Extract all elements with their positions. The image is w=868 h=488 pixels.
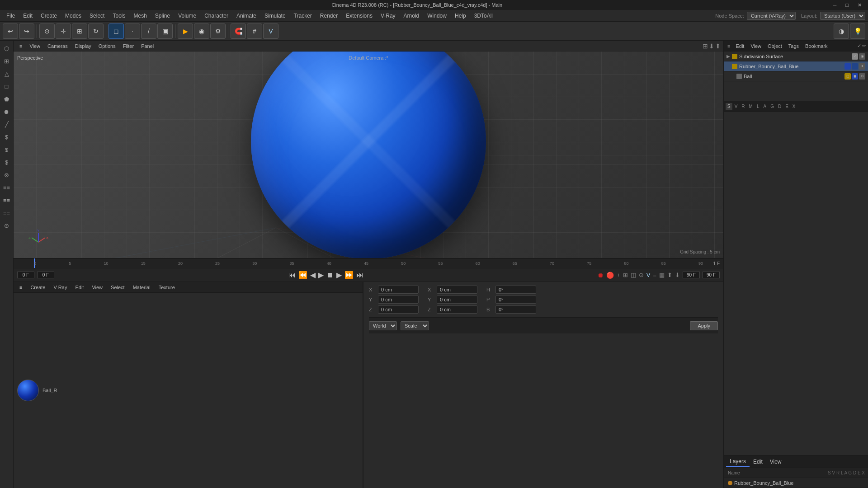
snap-btn[interactable]: 🧲 [231,23,246,39]
sidebar-tool-9[interactable]: $ [1,144,13,155]
prop-tab-g[interactable]: G [769,103,776,110]
poly-mode-btn[interactable]: ▣ [157,23,173,39]
y-pos-input[interactable] [378,296,419,304]
menu-item-mesh[interactable]: Mesh [130,12,150,20]
x-pos-input[interactable] [378,286,419,294]
sidebar-tool-2[interactable]: ⊞ [1,55,13,67]
viewport[interactable]: Perspective Default Camera :* Grid Spaci… [14,52,723,258]
render-view-btn[interactable]: ◉ [194,23,209,39]
prev-frame-btn[interactable]: ⏪ [298,271,307,279]
prop-tab-l[interactable]: L [755,103,761,110]
vp-icon-1[interactable]: ⊞ [703,42,708,50]
sidebar-tool-7[interactable]: ╱ [1,118,13,130]
prop-tab-v[interactable]: V [733,103,740,110]
prop-tab-e[interactable]: E [783,103,790,110]
bl-menu-create[interactable]: Create [27,284,48,291]
transport-icon-8[interactable]: ⬆ [667,272,672,278]
apply-button[interactable]: Apply [690,321,718,330]
vp-menu-filter[interactable]: Filter [120,42,137,50]
menu-item-simulate[interactable]: Simulate [261,12,289,20]
transport-icon-9[interactable]: ⬇ [675,272,680,278]
menu-item-tracker[interactable]: Tracker [290,12,316,20]
z-size-input[interactable] [437,305,477,314]
next-frame-btn[interactable]: ⏩ [344,271,354,279]
layout-select[interactable]: Startup (User) [820,12,865,20]
sidebar-tool-8[interactable]: $ [1,131,13,143]
transport-icon-3[interactable]: ◫ [631,272,636,278]
transport-icon-1[interactable]: + [617,272,620,278]
layers-tab-view[interactable]: View [766,457,785,467]
sidebar-tool-13[interactable]: ≡≡ [1,194,13,206]
obj-icon-pencil[interactable]: ✏ [862,43,866,49]
vp-menu-panel[interactable]: Panel [138,42,157,50]
scale-btn[interactable]: ⊞ [72,23,87,39]
edge-mode-btn[interactable]: / [141,23,156,39]
next-step-btn[interactable]: ▶ [336,271,342,279]
menu-item-modes[interactable]: Modes [61,12,85,20]
obj-tab-tags[interactable]: Tags [786,42,802,50]
menu-item-vray[interactable]: V-Ray [377,12,399,20]
bl-menu-vray[interactable]: V-Ray [50,284,70,291]
coord-system-select[interactable]: World Object [369,321,397,330]
obj-icon-star[interactable]: ✦ [859,63,865,70]
vp-menu-hamburger[interactable]: ≡ [16,42,25,50]
obj-icon-mat2[interactable] [852,63,858,70]
prev-step-btn[interactable]: ◀ [310,271,316,279]
p-input[interactable] [495,296,536,304]
transport-icon-2[interactable]: ⊞ [623,272,628,278]
prop-tab-x[interactable]: X [791,103,797,110]
sidebar-tool-5[interactable]: ⬟ [1,93,13,105]
ball-icon-3[interactable]: ⊙ [859,73,865,80]
bl-menu-material[interactable]: Material [130,284,154,291]
bl-menu-view[interactable]: View [89,284,106,291]
menu-item-character[interactable]: Character [201,12,232,20]
menu-item-edit[interactable]: Edit [19,12,36,20]
obj-icon-render[interactable]: ◉ [859,53,865,60]
obj-icon-check1[interactable]: ✓ [857,43,861,49]
vp-menu-view[interactable]: View [26,42,43,50]
coord-mode-select[interactable]: Scale Move Rotate [401,321,429,330]
stop-btn[interactable]: ⏹ [326,271,334,279]
prop-tab-s[interactable]: S [726,103,732,110]
auto-key-btn[interactable]: 🔴 [606,272,614,279]
obj-row-ball[interactable]: Ball ◻ ◼ ⊙ [724,71,868,81]
move-btn[interactable]: ✛ [56,23,71,39]
sidebar-tool-1[interactable]: ⬡ [1,42,13,54]
menu-item-3dtoall[interactable]: 3DToAll [471,12,496,20]
transport-icon-5[interactable]: V [646,272,651,278]
obj-row-subdivision[interactable]: ▶ Subdivision Surface ✓ ◉ [724,52,868,61]
bl-menu-hamburger[interactable]: ≡ [16,284,25,291]
minimize-btn[interactable]: ─ [830,2,840,8]
undo-btn[interactable]: ↩ [3,23,18,39]
menu-item-arnold[interactable]: Arnold [400,12,423,20]
menu-item-select[interactable]: Select [86,12,108,20]
sidebar-tool-15[interactable]: ⊙ [1,220,13,231]
goto-start-btn[interactable]: ⏮ [288,271,296,279]
end-frame-input[interactable] [683,272,700,278]
menu-item-tools[interactable]: Tools [109,12,129,20]
sidebar-tool-6[interactable]: ⏺ [1,106,13,117]
menu-item-extensions[interactable]: Extensions [342,12,376,20]
goto-end-btn[interactable]: ⏭ [356,271,363,279]
menu-item-window[interactable]: Window [424,12,450,20]
ball-icon-2[interactable]: ◼ [852,73,858,80]
menu-item-volume[interactable]: Volume [175,12,200,20]
vp-menu-display[interactable]: Display [72,42,94,50]
h-input[interactable] [495,286,536,294]
obj-tab-bookmark[interactable]: Bookmark [802,42,830,50]
display-mode-btn[interactable]: ◑ [834,23,849,39]
sidebar-tool-3[interactable]: △ [1,68,13,80]
y-size-input[interactable] [437,296,477,304]
material-sphere[interactable] [17,380,39,401]
sidebar-tool-11[interactable]: ⊗ [1,169,13,181]
close-btn[interactable]: ✕ [855,2,864,8]
render-btn[interactable]: ▶ [178,23,193,39]
transport-icon-7[interactable]: ▦ [659,272,665,278]
sidebar-tool-12[interactable]: ≡≡ [1,182,13,193]
timeline-track[interactable]: 0 5 10 15 20 25 30 35 40 45 50 55 60 65 … [14,258,723,268]
obj-tab-object[interactable]: Object [765,42,785,50]
z-pos-input[interactable] [378,305,419,314]
point-mode-btn[interactable]: · [125,23,140,39]
prop-tab-a[interactable]: A [761,103,768,110]
bl-menu-texture[interactable]: Texture [156,284,178,291]
